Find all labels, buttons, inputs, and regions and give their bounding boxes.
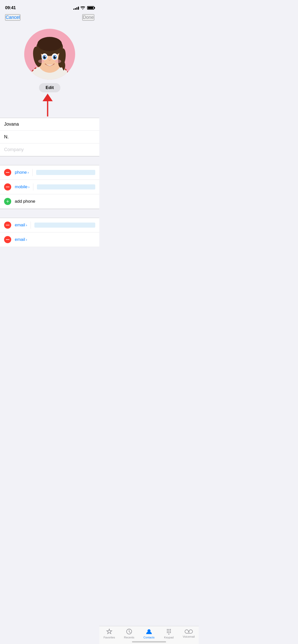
field-divider — [32, 169, 33, 176]
add-phone-label: add phone — [15, 199, 35, 204]
svg-point-15 — [55, 56, 56, 57]
email-value-1[interactable] — [34, 223, 95, 228]
phone-label[interactable]: phone › — [15, 170, 29, 175]
mobile-label[interactable]: mobile › — [15, 184, 30, 189]
first-name-field[interactable]: Jovana — [0, 118, 99, 131]
phone-field-row: phone › — [0, 165, 99, 180]
svg-point-17 — [55, 60, 61, 63]
status-icons — [73, 6, 94, 10]
avatar-section: Edit — [0, 24, 99, 118]
svg-point-14 — [45, 56, 46, 57]
edit-button[interactable]: Edit — [39, 83, 60, 92]
last-name-field[interactable]: N. — [0, 131, 99, 143]
svg-point-5 — [37, 37, 62, 51]
add-phone-button[interactable] — [4, 198, 11, 205]
form-section: Jovana N. Company — [0, 118, 99, 156]
add-phone-row[interactable]: add phone — [0, 194, 99, 209]
remove-email-button-2[interactable] — [4, 236, 11, 243]
svg-point-16 — [38, 60, 44, 63]
phone-chevron: › — [28, 170, 29, 174]
email-fields-section: email › email › — [0, 218, 99, 247]
cancel-button[interactable]: Cancel — [5, 14, 20, 21]
email-label-1[interactable]: email › — [15, 223, 27, 228]
phone-fields-section: phone › mobile › add phone — [0, 165, 99, 209]
wifi-icon — [80, 6, 85, 10]
remove-phone-button[interactable] — [4, 169, 11, 176]
signal-icon — [73, 6, 79, 10]
nav-bar: Cancel Done — [0, 12, 99, 24]
svg-marker-19 — [43, 94, 53, 101]
email-chevron-1: › — [26, 223, 27, 227]
company-field[interactable]: Company — [0, 143, 99, 156]
mobile-chevron: › — [28, 185, 30, 189]
battery-icon — [87, 6, 94, 10]
mobile-field-row: mobile › — [0, 180, 99, 194]
status-time: 09:41 — [5, 5, 16, 10]
section-separator-1 — [0, 156, 99, 165]
email-field-row-2: email › — [0, 232, 99, 247]
status-bar: 09:41 — [0, 0, 99, 12]
remove-mobile-button[interactable] — [4, 183, 11, 191]
section-separator-2 — [0, 209, 99, 218]
field-divider-3 — [31, 222, 31, 229]
mobile-value[interactable] — [37, 184, 95, 189]
phone-value[interactable] — [36, 170, 95, 175]
avatar-circle — [24, 29, 75, 80]
red-arrow — [36, 92, 59, 118]
done-button[interactable]: Done — [82, 14, 94, 21]
memoji-image — [24, 29, 75, 80]
email-chevron-2: › — [26, 238, 27, 242]
field-divider-2 — [33, 183, 33, 191]
email-field-row-1: email › — [0, 218, 99, 232]
email-label-2[interactable]: email › — [15, 237, 27, 242]
remove-email-button-1[interactable] — [4, 222, 11, 229]
arrow-container — [0, 92, 99, 110]
